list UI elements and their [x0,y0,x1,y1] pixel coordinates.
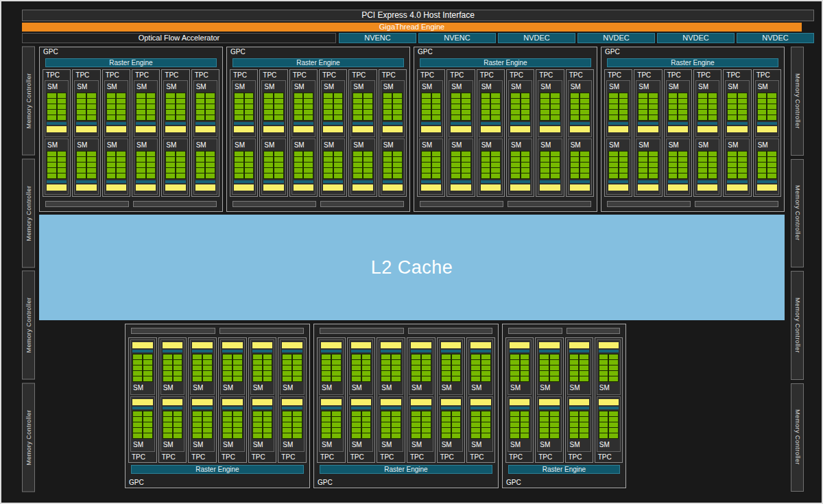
core-cell [422,417,431,422]
core-cell [571,157,580,162]
core-cell [550,355,559,359]
core-cell [767,163,776,167]
core-cell [233,428,242,433]
tpc-block: SMSMTPC [535,337,563,463]
core-cell [619,163,628,167]
spacer [263,133,283,135]
cache-strip [192,407,213,409]
core-grid [106,151,126,179]
cache-strip [570,122,590,125]
core-cell [432,173,441,178]
core-cell [77,173,86,178]
cache-strip [481,122,501,125]
core-cell [233,376,242,381]
core-cell [304,93,313,98]
texture-unit-bar [321,399,342,405]
core-cell [147,115,156,120]
tpc-block: SMSMTPC [248,337,277,463]
core-cell [294,104,303,109]
spacer [539,440,559,440]
core-cell [758,173,767,178]
core-cell [334,115,343,120]
core-grid [132,411,153,439]
core-cell [283,411,291,416]
core-cell [521,360,529,365]
core-grid [470,354,491,382]
core-grid [163,411,183,439]
tpc-block: TPCSMSM [506,69,534,197]
core-cell [381,428,390,433]
core-cell [540,411,549,416]
core-cell [738,99,747,104]
core-cell [540,115,549,120]
core-cell [332,371,341,376]
core-cell [133,422,142,427]
sm-label: SM [76,141,96,149]
core-cell [678,110,687,115]
core-cell [163,355,172,359]
core-cell [383,152,392,156]
core-grid [282,354,302,382]
core-cell [521,428,529,433]
core-cell [491,157,500,162]
texture-unit-bar [282,399,302,405]
core-cell [253,360,262,365]
core-cell [294,110,303,115]
cache-strip [282,350,302,352]
core-cell [422,152,431,156]
gpc-block: GPCRaster EngineTPCSMSMTPCSMSMTPCSMSMTPC… [414,47,597,212]
cache-strip [540,122,560,125]
tpc-label: TPC [448,71,473,80]
core-cell [649,99,658,104]
core-cell [521,104,530,109]
gpc-label: GPC [318,479,333,486]
core-cell [511,99,520,104]
core-cell [203,433,212,438]
core-grid [282,411,302,439]
spacer [132,383,153,383]
sm-block: SM [755,139,779,195]
core-cell [353,163,362,167]
shared-bar [566,328,621,334]
sm-label: SM [668,83,688,91]
raster-engine-bar: Raster Engine [607,58,778,67]
cache-strip [76,122,96,125]
tpc-label: TPC [695,71,720,80]
core-cell [511,104,520,109]
core-cell [521,163,530,167]
core-cell [166,104,175,109]
core-cell [324,157,333,162]
cache-strip [222,350,243,352]
core-cell [353,99,362,104]
core-cell [511,152,520,156]
core-cell [47,104,56,109]
sm-block: SM [319,396,344,452]
core-cell [147,168,156,173]
core-cell [176,173,185,178]
core-cell [698,110,707,115]
core-cell [471,365,480,370]
sm-label: SM [195,141,215,149]
core-cell [540,163,549,167]
texture-unit-bar [163,399,183,405]
cache-strip [47,180,67,183]
core-cell [669,110,678,115]
spacer [195,191,215,193]
texture-unit-bar [294,126,313,132]
sm-label: SM [106,83,126,91]
core-cell [283,355,291,359]
core-cell [649,168,658,173]
texture-unit-bar [76,126,96,132]
sm-block: SM [250,339,275,395]
core-cell [471,376,480,381]
core-cell [698,168,707,173]
cache-strip [510,180,530,183]
core-cell [304,173,313,178]
sm-label: SM [263,141,283,149]
core-cell [147,173,156,178]
core-cell [580,168,589,173]
core-cell [363,152,372,156]
core-cell [511,173,520,178]
core-cell [728,93,737,98]
cache-strip [608,180,628,183]
